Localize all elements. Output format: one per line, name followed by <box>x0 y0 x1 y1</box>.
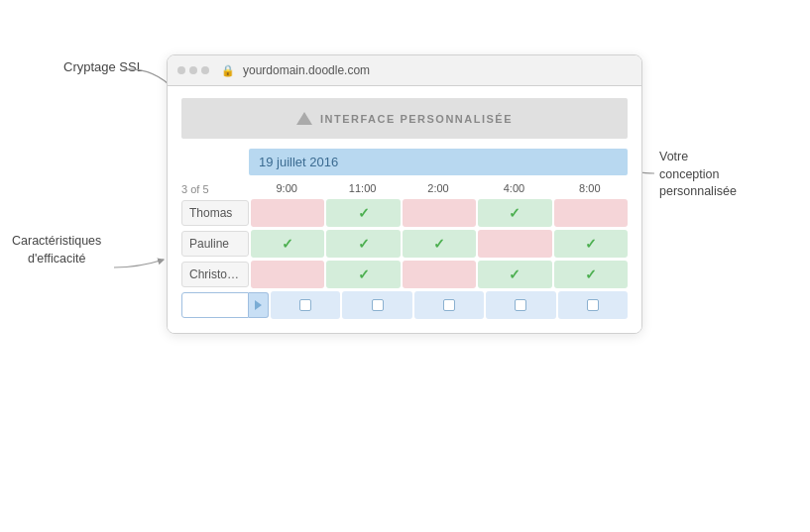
vote-t-4 <box>554 199 628 227</box>
vote-t-1: ✓ <box>326 199 400 227</box>
banner-triangle-icon <box>296 112 312 125</box>
check-c-3: ✓ <box>509 266 521 282</box>
check-t-3: ✓ <box>509 205 521 221</box>
participant-row-thomas: Thomas ✓ ✓ <box>181 199 628 227</box>
checkbox-4[interactable] <box>558 291 628 319</box>
participant-row-christophe: Christophe ✓ ✓ ✓ <box>181 261 628 288</box>
vote-p-2: ✓ <box>403 230 476 258</box>
time-1: 11:00 <box>324 179 400 197</box>
check-p-0: ✓ <box>282 236 293 252</box>
browser-traffic-lights <box>177 66 209 74</box>
checkbox-3[interactable] <box>486 291 555 319</box>
dot-2 <box>189 66 197 74</box>
participants-table: Thomas ✓ ✓ Pauline ✓ <box>181 199 628 319</box>
annotation-ssl: Cryptage SSL <box>63 59 144 74</box>
vote-c-2 <box>403 261 476 288</box>
browser-mockup: 🔒 yourdomain.doodle.com INTERFACE PERSON… <box>167 54 642 334</box>
browser-content: INTERFACE PERSONNALISÉE 19 juillet 2016 … <box>168 98 641 333</box>
vote-c-0 <box>251 261 324 288</box>
time-headers: 9:00 11:00 2:00 4:00 8:00 <box>249 179 628 197</box>
check-t-1: ✓ <box>358 205 370 221</box>
vote-cells-thomas: ✓ ✓ <box>251 199 628 227</box>
participant-name-pauline: Pauline <box>181 231 249 257</box>
checkbox-sq-2 <box>443 299 455 311</box>
checkbox-sq-3 <box>515 299 526 311</box>
interface-banner: INTERFACE PERSONNALISÉE <box>181 98 628 139</box>
vote-cells-pauline: ✓ ✓ ✓ ✓ <box>251 230 628 258</box>
time-4: 8:00 <box>552 179 628 197</box>
participant-row-pauline: Pauline ✓ ✓ ✓ ✓ <box>181 230 628 258</box>
vote-p-3 <box>478 230 551 258</box>
check-p-2: ✓ <box>433 236 445 252</box>
vote-t-3: ✓ <box>478 199 551 227</box>
input-row <box>181 291 628 319</box>
name-input[interactable] <box>181 292 249 318</box>
vote-cells-christophe: ✓ ✓ ✓ <box>251 261 628 288</box>
annotation-efficacite: Caractéristiquesd'efficacité <box>12 233 101 267</box>
vote-c-1: ✓ <box>326 261 400 288</box>
page-indicator: 3 of 5 <box>181 183 249 197</box>
doodle-area: 19 juillet 2016 3 of 5 9:00 11:00 2:00 4… <box>168 139 641 333</box>
checkbox-sq-0 <box>299 299 311 311</box>
checkbox-cells <box>271 291 628 319</box>
browser-url: yourdomain.doodle.com <box>243 63 632 77</box>
vote-c-3: ✓ <box>478 261 551 288</box>
time-2: 2:00 <box>401 179 476 197</box>
check-c-4: ✓ <box>585 266 597 282</box>
checkbox-sq-4 <box>587 299 599 311</box>
checkbox-1[interactable] <box>342 291 411 319</box>
dot-1 <box>177 66 185 74</box>
browser-address-bar: 🔒 yourdomain.doodle.com <box>168 55 641 86</box>
vote-t-2 <box>403 199 476 227</box>
time-3: 4:00 <box>476 179 551 197</box>
banner-label: INTERFACE PERSONNALISÉE <box>320 113 513 125</box>
arrow-right-icon <box>255 300 262 310</box>
participant-name-thomas: Thomas <box>181 200 249 226</box>
lock-icon: 🔒 <box>221 64 235 77</box>
page-container: Cryptage SSL Sous-domaine personnalisé C… <box>0 0 810 532</box>
checkbox-0[interactable] <box>271 291 340 319</box>
participant-name-christophe: Christophe <box>181 262 249 287</box>
vote-c-4: ✓ <box>554 261 628 288</box>
checkbox-2[interactable] <box>414 291 484 319</box>
table-meta: 3 of 5 9:00 11:00 2:00 4:00 8:00 <box>181 179 628 197</box>
checkbox-sq-1 <box>372 299 384 311</box>
check-p-1: ✓ <box>358 236 370 252</box>
check-c-1: ✓ <box>358 266 370 282</box>
vote-p-1: ✓ <box>326 230 400 258</box>
time-0: 9:00 <box>249 179 324 197</box>
vote-t-0 <box>251 199 324 227</box>
annotation-conception: Votreconceptionpersonnalisée <box>659 149 737 201</box>
submit-arrow-button[interactable] <box>249 292 269 318</box>
vote-p-4: ✓ <box>554 230 628 258</box>
vote-p-0: ✓ <box>251 230 324 258</box>
date-header: 19 juillet 2016 <box>249 149 628 175</box>
check-p-4: ✓ <box>585 236 597 252</box>
dot-3 <box>201 66 209 74</box>
